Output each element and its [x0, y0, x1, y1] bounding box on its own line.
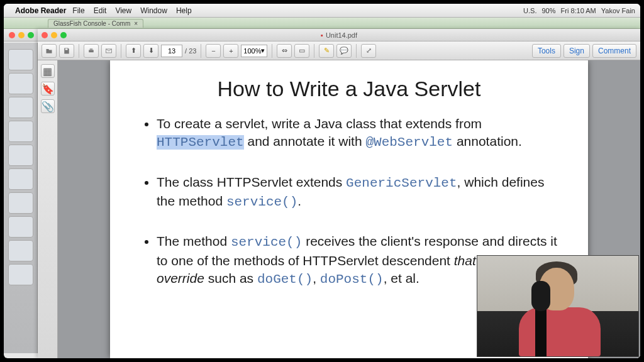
macos-menubar: Adobe Reader File Edit View Window Help … — [4, 4, 640, 18]
dock-app[interactable] — [8, 97, 33, 118]
dock-app[interactable] — [8, 216, 33, 238]
menu-file[interactable]: File — [72, 6, 84, 15]
clock: Fri 8:10 AM — [561, 7, 596, 14]
bullet-2: The class HTTPServlet extends GenericSer… — [157, 173, 562, 212]
zoom-in-button[interactable]: + — [223, 44, 238, 58]
fit-page-button[interactable]: ▭ — [294, 44, 309, 58]
svg-rect-2 — [90, 48, 93, 50]
keyboard-lang[interactable]: U.S. — [523, 7, 536, 14]
document-title: Unit14.pdf — [326, 31, 357, 39]
highlight-button[interactable]: ✎ — [319, 44, 334, 58]
window-controls — [42, 32, 67, 38]
active-app-name[interactable]: Adobe Reader — [15, 6, 66, 15]
svg-rect-1 — [89, 50, 94, 52]
minimize-icon[interactable] — [18, 32, 25, 38]
comment-note-button[interactable]: 💬 — [336, 44, 352, 58]
page-up-button[interactable]: ⬆ — [126, 44, 141, 58]
fullscreen-button[interactable]: ⤢ — [361, 44, 376, 58]
tools-panel-button[interactable]: Tools — [532, 44, 561, 58]
save-button[interactable] — [59, 44, 74, 58]
print-button[interactable] — [84, 44, 99, 58]
email-button[interactable] — [101, 44, 116, 58]
pdf-icon: ▪ — [321, 31, 323, 39]
battery-status[interactable]: 90% — [542, 7, 556, 14]
open-button[interactable] — [42, 44, 57, 58]
page-number-input[interactable] — [161, 45, 182, 57]
svg-rect-0 — [65, 48, 68, 50]
fit-width-button[interactable]: ⇔ — [277, 44, 292, 58]
minimize-icon[interactable] — [51, 32, 57, 38]
zoom-out-button[interactable]: − — [206, 44, 221, 58]
dock-app[interactable] — [8, 192, 33, 214]
sign-panel-button[interactable]: Sign — [564, 44, 590, 58]
dock-app[interactable] — [8, 264, 33, 285]
zoom-icon[interactable] — [60, 32, 67, 38]
highlighted-text: HTTPServlet — [157, 135, 244, 150]
close-icon[interactable] — [42, 32, 48, 38]
zoom-level[interactable]: 100% ▾ — [241, 45, 267, 57]
zoom-icon[interactable] — [28, 32, 34, 38]
tab-close-icon[interactable]: × — [134, 20, 138, 27]
menu-help[interactable]: Help — [176, 6, 192, 15]
webcam-overlay — [477, 255, 639, 357]
dock-app[interactable] — [8, 49, 33, 70]
reader-titlebar: ▪ Unit14.pdf — [38, 29, 640, 41]
window-controls — [9, 32, 34, 38]
side-dock — [4, 43, 38, 353]
comment-panel-button[interactable]: Comment — [592, 44, 636, 58]
close-icon[interactable] — [9, 32, 15, 38]
tab-title: GlassFish Console - Comm — [53, 20, 130, 27]
dock-app[interactable] — [8, 121, 33, 142]
menu-window[interactable]: Window — [140, 6, 167, 15]
slide-heading: How to Write a Java Servlet — [136, 77, 562, 101]
thumbnails-icon[interactable]: ▦ — [41, 64, 55, 78]
menu-view[interactable]: View — [115, 6, 131, 15]
dock-app[interactable] — [8, 240, 33, 261]
reader-toolbar: ⬆ ⬇ / 23 − + 100% ▾ ⇔ ▭ ✎ 💬 ⤢ Tools Sign… — [38, 41, 640, 60]
user-name[interactable]: Yakov Fain — [601, 7, 635, 14]
reader-nav-rail: ▦ 🔖 📎 — [38, 60, 58, 358]
attachments-icon[interactable]: 📎 — [41, 99, 55, 113]
browser-tab[interactable]: GlassFish Console - Comm × — [48, 19, 143, 28]
page-down-button[interactable]: ⬇ — [143, 44, 158, 58]
dock-app[interactable] — [8, 73, 33, 94]
browser-tab-strip: GlassFish Console - Comm × — [4, 18, 640, 29]
dock-app[interactable] — [8, 145, 33, 166]
dock-app[interactable] — [8, 168, 33, 190]
bullet-1: To create a servlet, write a Java class … — [157, 115, 562, 152]
bookmarks-icon[interactable]: 🔖 — [41, 82, 55, 96]
menu-edit[interactable]: Edit — [94, 6, 107, 15]
page-total: / 23 — [185, 47, 196, 55]
